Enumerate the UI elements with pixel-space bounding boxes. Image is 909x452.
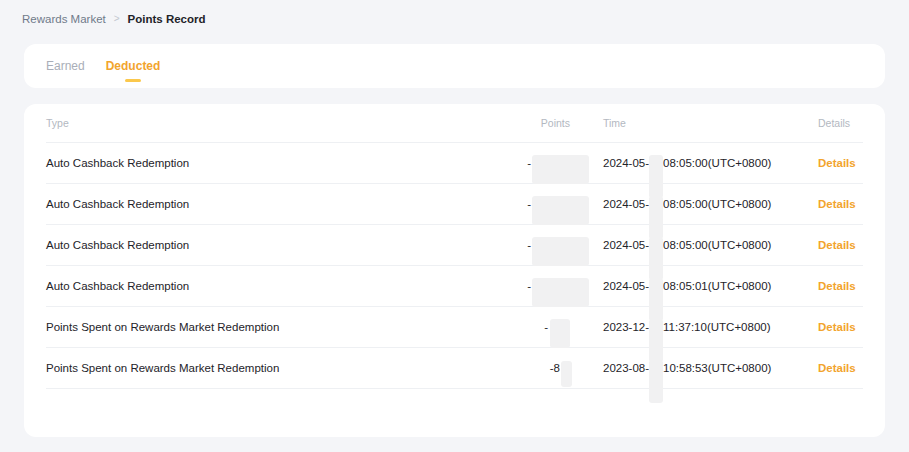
date-prefix: 2024-05-: [603, 143, 649, 184]
column-header-time: Time: [570, 104, 818, 143]
row-points: -: [426, 307, 570, 348]
tab-earned-label: Earned: [46, 59, 85, 73]
column-header-type: Type: [46, 104, 426, 143]
column-header-points: Points: [426, 104, 570, 143]
date-day-redaction-patch: [649, 237, 663, 280]
row-points: -: [426, 184, 570, 225]
breadcrumb-separator-icon: >: [114, 13, 120, 24]
table-body: Auto Cashback Redemption - 2024-05- 08:0…: [46, 143, 863, 389]
points-value: -: [527, 239, 531, 251]
details-link[interactable]: Details: [818, 362, 856, 374]
column-header-details: Details: [818, 104, 863, 143]
points-redaction-patch: [550, 319, 570, 348]
table-row: Points Spent on Rewards Market Redemptio…: [46, 307, 863, 348]
row-type: Auto Cashback Redemption: [46, 184, 426, 225]
table-row: Auto Cashback Redemption - 2024-05- 08:0…: [46, 266, 863, 307]
time-value: 08:05:00(UTC+0800): [663, 184, 771, 225]
time-value: 11:37:10(UTC+0800): [663, 307, 771, 348]
breadcrumb-current-points-record: Points Record: [128, 13, 206, 25]
row-time: 2024-05- 08:05:00(UTC+0800): [570, 143, 818, 184]
date-day-redaction-patch: [649, 360, 663, 403]
date-day-redaction-patch: [649, 155, 663, 198]
points-record-table: Type Points Time Details Auto Cashback R…: [24, 104, 885, 437]
row-points: -: [426, 143, 570, 184]
tab-deducted-label: Deducted: [106, 59, 161, 73]
details-link[interactable]: Details: [818, 321, 856, 333]
points-redaction-patch: [532, 237, 589, 266]
date-day-redaction-patch: [649, 278, 663, 321]
table-row: Auto Cashback Redemption - 2024-05- 08:0…: [46, 143, 863, 184]
tabs-card: Earned Deducted: [24, 44, 885, 88]
details-link[interactable]: Details: [818, 198, 856, 210]
tab-deducted[interactable]: Deducted: [106, 44, 161, 88]
points-value: -8: [550, 362, 560, 374]
row-type: Auto Cashback Redemption: [46, 266, 426, 307]
row-time: 2023-12- 11:37:10(UTC+0800): [570, 307, 818, 348]
table-row: Points Spent on Rewards Market Redemptio…: [46, 348, 863, 389]
points-redaction-patch: [532, 155, 589, 184]
tab-active-underline: [125, 79, 141, 82]
date-day-redaction-patch: [649, 196, 663, 239]
time-value: 08:05:00(UTC+0800): [663, 225, 771, 266]
row-type: Points Spent on Rewards Market Redemptio…: [46, 348, 426, 389]
date-prefix: 2024-05-: [603, 266, 649, 307]
row-time: 2024-05- 08:05:00(UTC+0800): [570, 184, 818, 225]
tab-earned[interactable]: Earned: [46, 44, 85, 88]
breadcrumb: Rewards Market > Points Record: [22, 13, 206, 25]
row-points: -: [426, 225, 570, 266]
time-value: 08:05:01(UTC+0800): [663, 266, 771, 307]
table-header: Type Points Time Details: [46, 104, 863, 143]
points-value: -: [544, 321, 548, 333]
row-type: Points Spent on Rewards Market Redemptio…: [46, 307, 426, 348]
time-value: 10:58:53(UTC+0800): [663, 348, 771, 389]
details-link[interactable]: Details: [818, 239, 856, 251]
points-redaction-patch: [561, 361, 572, 387]
date-prefix: 2024-05-: [603, 225, 649, 266]
row-time: 2024-05- 08:05:00(UTC+0800): [570, 225, 818, 266]
breadcrumb-item-rewards-market[interactable]: Rewards Market: [22, 13, 106, 25]
details-link[interactable]: Details: [818, 280, 856, 292]
row-time: 2023-08- 10:58:53(UTC+0800): [570, 348, 818, 389]
date-prefix: 2024-05-: [603, 184, 649, 225]
points-redaction-patch: [532, 278, 589, 307]
row-type: Auto Cashback Redemption: [46, 143, 426, 184]
points-redaction-patch: [532, 196, 589, 225]
row-points: -: [426, 266, 570, 307]
date-day-redaction-patch: [649, 319, 663, 362]
row-time: 2024-05- 08:05:01(UTC+0800): [570, 266, 818, 307]
table-row: Auto Cashback Redemption - 2024-05- 08:0…: [46, 225, 863, 266]
date-prefix: 2023-08-: [603, 348, 649, 389]
points-value: -: [527, 280, 531, 292]
table-row: Auto Cashback Redemption - 2024-05- 08:0…: [46, 184, 863, 225]
date-prefix: 2023-12-: [603, 307, 649, 348]
row-type: Auto Cashback Redemption: [46, 225, 426, 266]
time-value: 08:05:00(UTC+0800): [663, 143, 771, 184]
points-value: -: [527, 157, 531, 169]
row-points: -8: [426, 348, 570, 389]
points-value: -: [527, 198, 531, 210]
details-link[interactable]: Details: [818, 157, 856, 169]
